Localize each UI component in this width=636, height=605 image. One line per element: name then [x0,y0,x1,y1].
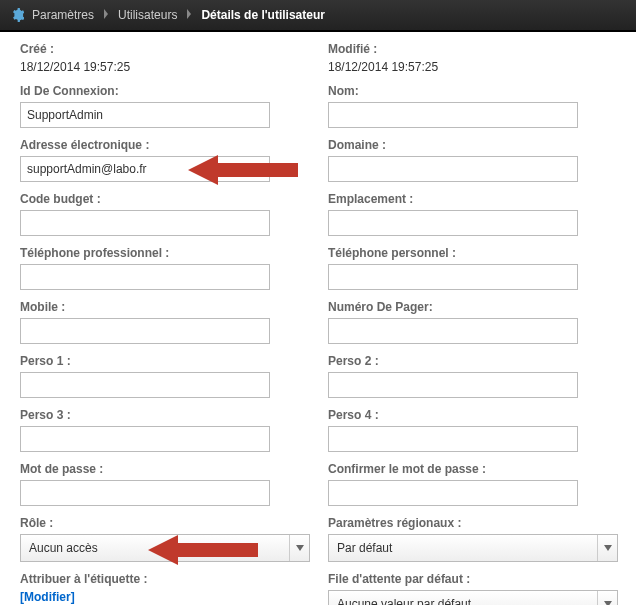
personal-phone-label: Téléphone personnel : [328,246,616,260]
breadcrumb-settings[interactable]: Paramètres [26,8,100,22]
email-input[interactable] [20,156,270,182]
location-label: Emplacement : [328,192,616,206]
breadcrumb: Paramètres Utilisateurs Détails de l'uti… [0,0,636,32]
default-queue-select[interactable]: Aucune valeur par défaut [328,590,618,605]
gear-icon [10,8,24,22]
perso1-label: Perso 1 : [20,354,298,368]
modify-tag-link[interactable]: [Modifier] [20,590,75,604]
work-phone-input[interactable] [20,264,270,290]
default-queue-select-value: Aucune valeur par défaut [337,597,471,605]
budget-input[interactable] [20,210,270,236]
chevron-down-icon [597,535,617,561]
name-input[interactable] [328,102,578,128]
perso1-input[interactable] [20,372,270,398]
role-label: Rôle : [20,516,298,530]
modified-value: 18/12/2014 19:57:25 [328,60,438,74]
budget-label: Code budget : [20,192,298,206]
domain-label: Domaine : [328,138,616,152]
breadcrumb-details: Détails de l'utilisateur [195,8,331,22]
mobile-input[interactable] [20,318,270,344]
password-label: Mot de passe : [20,462,298,476]
chevron-down-icon [289,535,309,561]
chevron-right-icon [183,8,195,22]
perso3-label: Perso 3 : [20,408,298,422]
role-select[interactable]: Aucun accès [20,534,310,562]
login-id-input[interactable] [20,102,270,128]
created-value: 18/12/2014 19:57:25 [20,60,130,74]
form-content: Créé : 18/12/2014 19:57:25 Modifié : 18/… [0,32,636,605]
login-id-label: Id De Connexion: [20,84,298,98]
location-input[interactable] [328,210,578,236]
breadcrumb-users[interactable]: Utilisateurs [112,8,183,22]
pager-label: Numéro De Pager: [328,300,616,314]
name-label: Nom: [328,84,616,98]
pager-input[interactable] [328,318,578,344]
assign-tag-label: Attribuer à l'étiquette : [20,572,298,586]
confirm-password-label: Confirmer le mot de passe : [328,462,616,476]
perso4-input[interactable] [328,426,578,452]
perso4-label: Perso 4 : [328,408,616,422]
work-phone-label: Téléphone professionnel : [20,246,298,260]
mobile-label: Mobile : [20,300,298,314]
modified-label: Modifié : [328,42,616,56]
personal-phone-input[interactable] [328,264,578,290]
domain-input[interactable] [328,156,578,182]
regional-label: Paramètres régionaux : [328,516,616,530]
regional-select[interactable]: Par défaut [328,534,618,562]
created-label: Créé : [20,42,298,56]
chevron-right-icon [100,8,112,22]
perso2-label: Perso 2 : [328,354,616,368]
perso3-input[interactable] [20,426,270,452]
confirm-password-input[interactable] [328,480,578,506]
email-label: Adresse électronique : [20,138,298,152]
default-queue-label: File d'attente par défaut : [328,572,616,586]
regional-select-value: Par défaut [337,541,392,555]
password-input[interactable] [20,480,270,506]
chevron-down-icon [597,591,617,605]
perso2-input[interactable] [328,372,578,398]
role-select-value: Aucun accès [29,541,98,555]
